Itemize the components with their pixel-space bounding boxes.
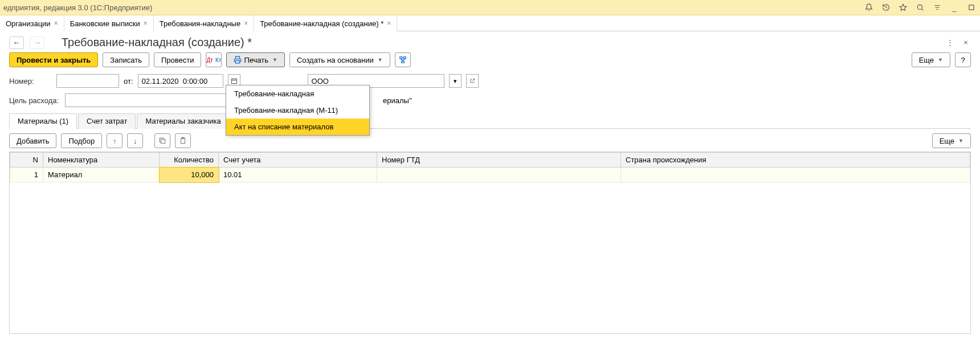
tabs-bar: Организации × Банковские выписки × Требо… [0,15,980,31]
open-button[interactable] [466,74,479,88]
minimize-icon[interactable]: _ [949,2,959,13]
cell-country[interactable] [621,168,970,182]
close-icon[interactable]: × [244,19,248,27]
close-icon[interactable]: × [387,19,391,27]
move-up-button[interactable]: ↑ [107,133,122,148]
tab-label: Требования-накладные [160,19,240,28]
titlebar-icons: _ [864,2,977,13]
help-button[interactable]: ? [955,52,971,67]
subtab-materials[interactable]: Материалы (1) [9,113,77,129]
cell-quantity[interactable]: 10,000 [160,168,219,182]
tab-organizations[interactable]: Организации × [0,15,64,31]
printer-icon [234,56,242,64]
page-title: Требование-накладная (создание) * [62,36,252,49]
history-icon[interactable] [881,2,891,13]
sub-more-label: Еще [940,137,954,145]
th-nomenclature[interactable]: Номенклатура [43,153,160,168]
materials-table-wrap: N Номенклатура Количество Счет учета Ном… [9,152,971,334]
back-button[interactable]: ← [9,36,24,49]
cell-n[interactable]: 1 [10,168,43,182]
move-down-button[interactable]: ↓ [127,133,143,148]
more-button[interactable]: Еще ▼ [912,52,950,67]
structure-button[interactable] [395,52,411,67]
tab-label: Организации [6,19,51,28]
menu-icon[interactable] [932,2,942,13]
cell-gtd[interactable] [377,168,621,182]
paste-button[interactable] [175,133,191,148]
tab-request-create[interactable]: Требование-накладная (создание) * × [254,16,397,32]
dtkt-button[interactable]: ДтКт [206,52,222,67]
th-n[interactable]: N [10,153,43,168]
number-label: Номер: [9,77,52,85]
close-page-icon[interactable]: × [961,38,971,48]
print-label: Печать [244,56,268,64]
close-icon[interactable]: × [54,19,58,27]
create-based-on-label: Создать на основании [297,56,374,64]
tab-label: Банковские выписки [70,19,140,28]
svg-marker-0 [900,4,906,10]
table-header-row: N Номенклатура Количество Счет учета Ном… [10,153,970,168]
main-toolbar: Провести и закрыть Записать Провести ДтК… [9,52,971,67]
copy-button[interactable] [154,133,170,148]
goal-field[interactable] [65,93,230,107]
th-quantity[interactable]: Количество [160,153,219,168]
nav-row: ← → Требование-накладная (создание) * ⋮ … [9,36,971,49]
sub-toolbar: Добавить Подбор ↑ ↓ Еще ▼ [9,133,971,148]
goal-label: Цель расхода: [9,96,60,105]
cell-nomenclature[interactable]: Материал [43,168,160,182]
materials-table: N Номенклатура Количество Счет учета Ном… [10,152,970,182]
th-country[interactable]: Страна происхождения [621,153,970,168]
tab-requests[interactable]: Требования-накладные × [154,15,254,31]
menu-item-request[interactable]: Требование-накладная [226,85,369,102]
chevron-down-icon: ▼ [272,57,277,63]
tab-label: Требование-накладная (создание) * [260,19,383,28]
date-field[interactable] [138,74,223,88]
menu-item-m11[interactable]: Требование-накладная (М-11) [226,102,369,119]
svg-rect-6 [401,61,404,63]
svg-rect-3 [236,60,240,63]
svg-point-1 [917,5,922,9]
close-icon[interactable]: × [144,19,148,27]
kebab-icon[interactable]: ⋮ [945,38,955,48]
from-label: от: [124,77,133,85]
chevron-down-icon: ▼ [938,57,943,63]
svg-rect-8 [161,140,165,144]
create-based-on-button[interactable]: Создать на основании ▼ [289,52,390,67]
post-button[interactable]: Провести [154,52,202,67]
print-dropdown: Требование-накладная Требование-накладна… [226,85,370,136]
more-label: Еще [919,56,934,64]
cell-account[interactable]: 10.01 [219,168,377,182]
subtabs: Материалы (1) Счет затрат Материалы зака… [9,113,971,129]
table-row[interactable]: 1 Материал 10,000 10.01 [10,168,970,182]
forward-button[interactable]: → [30,36,44,49]
search-icon[interactable] [915,2,925,13]
number-field[interactable] [56,74,119,88]
form-row-goal: Цель расхода: ериалы" [9,93,971,107]
th-account[interactable]: Счет учета [219,153,377,168]
tab-bank-statements[interactable]: Банковские выписки × [64,15,154,31]
select-dropdown-button[interactable]: ▾ [449,74,462,88]
sub-more-button[interactable]: Еще ▼ [932,133,971,148]
chevron-down-icon: ▼ [958,138,963,144]
app-title: едприятия, редакция 3.0 (1С:Предприятие) [3,3,152,12]
th-gtd[interactable]: Номер ГТД [377,153,621,168]
star-icon[interactable] [898,2,908,13]
post-close-button[interactable]: Провести и закрыть [9,52,98,67]
form-row-number: Номер: от: Организация: ООО ▾ [9,74,971,88]
save-button[interactable]: Записать [103,52,149,67]
chevron-down-icon: ▼ [378,57,383,63]
maximize-icon[interactable] [966,2,977,13]
print-button[interactable]: Печать ▼ [226,52,285,67]
subtab-cost-account[interactable]: Счет затрат [78,113,136,129]
nav-right: ⋮ × [945,38,971,48]
svg-rect-5 [403,57,406,59]
menu-item-writeoff-act[interactable]: Акт на списание материалов [226,119,369,135]
svg-rect-2 [969,5,974,10]
pick-button[interactable]: Подбор [61,133,102,148]
page-body: ← → Требование-накладная (создание) * ⋮ … [0,31,980,338]
add-button[interactable]: Добавить [9,133,56,148]
svg-rect-7 [231,79,236,84]
subtab-customer-materials[interactable]: Материалы заказчика [137,113,229,129]
goal-partial-text: ериалы" [383,96,412,105]
bell-icon[interactable] [864,2,874,13]
